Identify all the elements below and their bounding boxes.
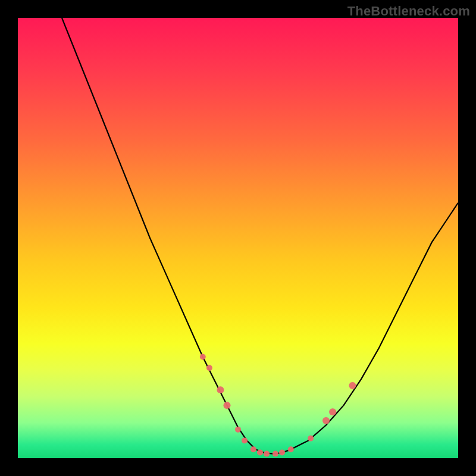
marker-point — [224, 402, 231, 409]
marker-point — [257, 449, 263, 455]
marker-point — [322, 417, 330, 424]
marker-point — [217, 386, 224, 393]
marker-point — [308, 436, 314, 441]
marker-point — [349, 382, 356, 389]
marker-point — [279, 449, 285, 455]
marker-layer — [200, 354, 356, 457]
marker-point — [200, 354, 206, 360]
marker-point — [206, 365, 212, 371]
marker-point — [273, 451, 278, 457]
marker-point — [288, 446, 294, 452]
marker-point — [264, 451, 270, 457]
bottleneck-curve — [62, 18, 458, 454]
marker-point — [235, 427, 241, 433]
watermark-text: TheBottleneck.com — [347, 4, 470, 19]
chart-frame: TheBottleneck.com — [0, 0, 476, 476]
marker-point — [250, 446, 256, 452]
marker-point — [329, 408, 336, 415]
marker-point — [242, 437, 248, 443]
plot-area — [18, 18, 458, 458]
chart-svg — [18, 18, 458, 458]
